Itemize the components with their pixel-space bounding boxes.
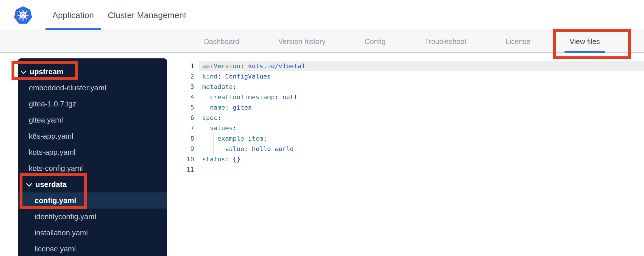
- indent-guide: [206, 102, 206, 113]
- indent-guide: [213, 133, 214, 144]
- code-token: {}: [233, 156, 240, 163]
- tree-file-gitea-yaml[interactable]: gitea.yaml: [18, 112, 167, 128]
- line-number[interactable]: 11: [174, 165, 199, 175]
- tree-label: gitea.yaml: [29, 116, 63, 125]
- top-tab-cluster-management[interactable]: Cluster Management: [101, 0, 193, 30]
- line-number[interactable]: 1: [174, 61, 199, 71]
- tree-folder-upstream[interactable]: upstream: [18, 64, 167, 80]
- tree-file-identityconfig-yaml[interactable]: identityconfig.yaml: [18, 209, 167, 225]
- code-token: metadata: [202, 83, 233, 90]
- code-line-content[interactable]: value: hello world: [199, 144, 644, 154]
- code-text: metadata:: [199, 82, 236, 92]
- tree-file-embedded-cluster-yaml[interactable]: embedded-cluster.yaml: [18, 80, 167, 96]
- code-line-content[interactable]: status: {}: [199, 154, 644, 165]
- code-line-content[interactable]: metadata:: [199, 82, 644, 92]
- code-text: status: {}: [199, 154, 240, 165]
- sub-tab-label: Dashboard: [204, 37, 239, 46]
- tab-troubleshoot[interactable]: Troubleshoot: [420, 31, 472, 52]
- code-line-4: 4creationTimestamp: null: [174, 92, 644, 102]
- tree-label: gitea-1.0.7.tgz: [29, 100, 76, 108]
- tab-version-history[interactable]: Version history: [273, 31, 331, 52]
- tree-label: kots-app.yaml: [29, 148, 75, 157]
- indent-guide: [206, 133, 206, 144]
- app-sub-nav: DashboardVersion historyConfigTroublesho…: [0, 31, 644, 53]
- line-number[interactable]: 3: [174, 82, 199, 92]
- tree-file-config-yaml[interactable]: config.yaml: [18, 192, 167, 209]
- code-token: kind: [202, 73, 217, 80]
- code-line-content[interactable]: name: gitea: [199, 102, 644, 113]
- sub-tab-label: Config: [365, 37, 385, 46]
- line-number[interactable]: 9: [174, 144, 199, 154]
- code-text: creationTimestamp: null: [199, 92, 298, 102]
- tab-view-files[interactable]: View files: [565, 31, 605, 52]
- code-line-content[interactable]: apiVersion: kots.io/v1beta1: [199, 61, 644, 71]
- kubernetes-logo-icon: [14, 6, 32, 24]
- code-line-content[interactable]: [199, 165, 644, 175]
- code-token: creationTimestamp: [210, 93, 274, 101]
- code-token: :: [217, 73, 225, 80]
- code-line-8: 8example_item:: [174, 133, 644, 144]
- kubernetes-logo[interactable]: [14, 6, 32, 24]
- indent-guide: [213, 144, 214, 154]
- code-line-6: 6spec:: [174, 113, 644, 123]
- tree-file-installation-yaml[interactable]: installation.yaml: [18, 225, 167, 241]
- line-number[interactable]: 5: [174, 102, 199, 113]
- tree-file-kots-app-yaml[interactable]: kots-app.yaml: [18, 144, 167, 160]
- code-text: name: gitea: [199, 102, 252, 113]
- top-tab-application[interactable]: Application: [46, 0, 101, 30]
- code-token: :: [263, 135, 267, 142]
- code-editor[interactable]: 1apiVersion: kots.io/v1beta12kind: Confi…: [174, 59, 644, 256]
- code-token: :: [217, 114, 221, 121]
- active-tab-underline: [565, 51, 605, 53]
- sub-tab-label: View files: [570, 37, 600, 46]
- line-number[interactable]: 2: [174, 71, 199, 82]
- code-token: :: [233, 125, 236, 132]
- tab-license[interactable]: License: [501, 31, 536, 52]
- code-line-content[interactable]: spec:: [199, 113, 644, 123]
- code-line-content[interactable]: values:: [199, 123, 644, 133]
- code-line-content[interactable]: example_item:: [199, 133, 644, 144]
- chevron-down-icon: [26, 180, 32, 186]
- code-token: :: [225, 156, 233, 163]
- code-token: :: [240, 62, 248, 70]
- tree-label: embedded-cluster.yaml: [29, 83, 106, 92]
- indent-guide: [221, 144, 221, 154]
- tree-file-license-yaml[interactable]: license.yaml: [18, 241, 167, 256]
- code-text: value: hello world: [199, 144, 294, 154]
- code-line-9: 9value: hello world: [174, 144, 644, 154]
- code-line-1: 1apiVersion: kots.io/v1beta1: [174, 61, 644, 71]
- indent-guide: [206, 123, 206, 133]
- code-token: ConfigValues: [225, 73, 271, 80]
- line-number[interactable]: 10: [174, 154, 199, 165]
- tab-dashboard[interactable]: Dashboard: [199, 31, 244, 52]
- tree-file-kots-config-yaml[interactable]: kots-config.yaml: [18, 160, 167, 176]
- sub-tab-label: Version history: [278, 37, 325, 46]
- code-text: values:: [199, 123, 236, 133]
- tree-label: license.yaml: [35, 244, 76, 253]
- code-token: example_item: [217, 135, 263, 142]
- tree-label: config.yaml: [35, 196, 76, 205]
- code-token: status: [202, 156, 225, 163]
- file-tree: upstreamembedded-cluster.yamlgitea-1.0.7…: [18, 58, 167, 256]
- line-number[interactable]: 8: [174, 133, 199, 144]
- code-token: :: [244, 145, 252, 152]
- code-text: apiVersion: kots.io/v1beta1: [199, 61, 305, 71]
- line-number[interactable]: 7: [174, 123, 199, 133]
- code-token: gitea: [233, 104, 252, 111]
- code-line-3: 3metadata:: [174, 82, 644, 92]
- tab-config[interactable]: Config: [359, 31, 391, 52]
- code-text: spec:: [199, 113, 221, 123]
- code-token: apiVersion: [202, 62, 240, 70]
- code-line-7: 7values:: [174, 123, 644, 133]
- code-token: value: [225, 145, 244, 152]
- tree-file-gitea-1-0-7-tgz[interactable]: gitea-1.0.7.tgz: [18, 96, 167, 112]
- code-line-content[interactable]: kind: ConfigValues: [199, 71, 644, 82]
- tree-file-k8s-app-yaml[interactable]: k8s-app.yaml: [18, 128, 167, 144]
- code-line-content[interactable]: creationTimestamp: null: [199, 92, 644, 102]
- code-token: :: [233, 83, 236, 90]
- tree-label: kots-config.yaml: [29, 164, 83, 173]
- tree-label: identityconfig.yaml: [35, 212, 96, 221]
- line-number[interactable]: 4: [174, 92, 199, 102]
- line-number[interactable]: 6: [174, 113, 199, 123]
- tree-folder-userdata[interactable]: userdata: [18, 176, 167, 192]
